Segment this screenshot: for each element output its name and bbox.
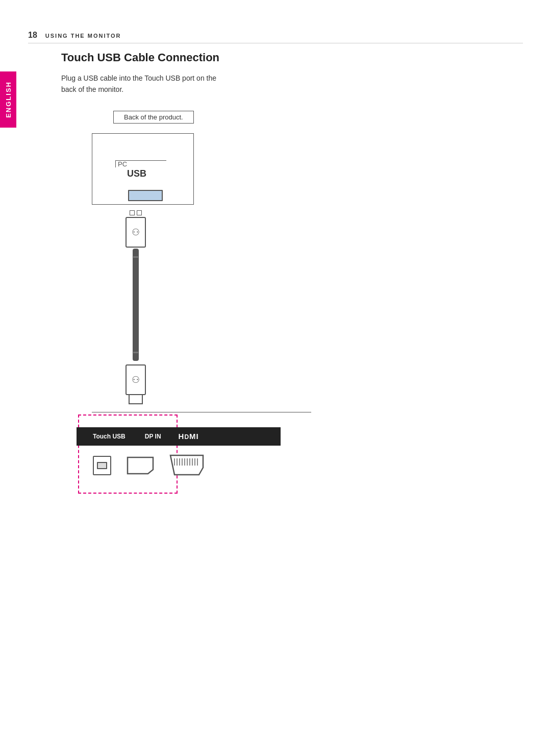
section-heading: Touch USB Cable Connection	[61, 51, 523, 64]
page-number: 18	[28, 31, 37, 40]
panel-divider-line	[92, 412, 311, 412]
main-content: Touch USB Cable Connection Plug a USB ca…	[61, 51, 523, 494]
language-label: ENGLISH	[5, 81, 12, 118]
port-label-touch-usb: Touch USB	[93, 433, 126, 440]
pc-box: PC USB	[92, 133, 194, 205]
dp-port-icon	[126, 455, 155, 476]
language-tab: ENGLISH	[0, 71, 16, 128]
usb-b-inner	[97, 462, 107, 469]
ports-icons-row	[77, 448, 281, 483]
hdmi-port-icon	[169, 454, 204, 477]
connector-bottom-tail	[129, 395, 143, 404]
section-description: Plug a USB cable into the Touch USB port…	[61, 72, 255, 95]
dp-shape	[126, 455, 155, 476]
connector-top-pins	[130, 210, 146, 215]
usb-port-pc	[128, 190, 163, 201]
pin-left	[130, 210, 135, 215]
pin-right	[137, 210, 142, 215]
usb-symbol-bottom: ⚇	[132, 374, 140, 385]
connection-diagram: Back of the product. PC USB ⚇	[77, 111, 321, 494]
usb-symbol-top: ⚇	[132, 227, 140, 238]
usb-connector-top: ⚇	[126, 210, 146, 248]
page-header: 18 USING THE MONITOR	[28, 31, 523, 43]
hdmi-shape	[169, 454, 204, 477]
section-title-header: USING THE MONITOR	[45, 33, 121, 39]
port-label-hdmi: HDMI	[179, 432, 199, 441]
connector-top-body: ⚇	[126, 217, 146, 248]
port-label-dp-in: DP IN	[145, 433, 161, 440]
usb-connector-bottom: ⚇	[126, 364, 146, 404]
back-label: Back of the product.	[113, 111, 194, 124]
pc-line-v	[115, 160, 116, 167]
connector-bottom-body: ⚇	[126, 364, 146, 395]
pc-label: PC	[118, 160, 127, 168]
ports-bar: Touch USB DP IN HDMI	[77, 427, 281, 446]
usb-b-shape	[93, 456, 111, 475]
usb-label: USB	[127, 168, 146, 179]
touch-usb-port-icon	[93, 456, 111, 475]
usb-cable	[133, 249, 139, 361]
